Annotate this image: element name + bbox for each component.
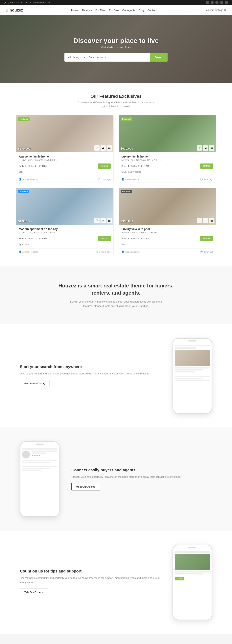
agent-name: 👤 Arshes Realtors xyxy=(121,250,141,253)
photos-button[interactable]: 📷 xyxy=(107,218,112,223)
nav-agents[interactable]: Our Agents xyxy=(122,9,135,12)
phone-notch xyxy=(188,340,196,342)
experts-button[interactable]: Talk Our Experts xyxy=(20,588,48,596)
clock-icon: 🕐 xyxy=(95,250,98,253)
featured-title: Our Featured Exclusives xyxy=(16,94,216,99)
detail-button[interactable]: Details xyxy=(200,236,213,241)
nav-for-sale[interactable]: For Sale xyxy=(109,9,119,12)
photos-button[interactable]: 📷 xyxy=(209,218,214,223)
search-button[interactable]: Search xyxy=(150,53,168,62)
facebook-icon[interactable] xyxy=(206,1,209,4)
google-plus-icon[interactable] xyxy=(215,1,219,4)
youtube-icon[interactable] xyxy=(225,1,228,4)
listing-meta: Beds: 4 Baths: 2 ft²: 1200 Details xyxy=(121,236,213,241)
phone-text xyxy=(175,371,194,372)
favorite-button[interactable]: ♡ xyxy=(197,218,202,223)
listing-name: Modern apartment on the bay xyxy=(19,228,111,230)
listing-specs: Beds: 4 Baths: 2 ft²: 1200 xyxy=(19,238,48,240)
get-started-button[interactable]: Get Started Today xyxy=(20,380,50,387)
clock-icon: 🕐 xyxy=(200,178,203,180)
listing-price: $570,000 xyxy=(18,147,30,150)
logo-text: houzez xyxy=(9,8,23,12)
listing-address: 5 Priva Lane, Sarasota, CA 34230, ... xyxy=(19,159,111,162)
clock-icon: 🕐 xyxy=(200,250,203,253)
favorite-button[interactable]: ♡ xyxy=(94,146,100,150)
phone-text xyxy=(22,468,50,469)
compare-button[interactable]: ⇄ xyxy=(203,146,208,150)
search-input[interactable] xyxy=(86,53,150,62)
top-bar-social xyxy=(206,1,228,4)
phone-screen: ★★★★★ xyxy=(20,442,59,516)
hero-section: Discover your place to live Get started … xyxy=(0,15,232,83)
listing-time: 🕐 3 hours ago xyxy=(95,250,111,253)
agent-icon: 👤 xyxy=(121,178,124,180)
listing-card: For Rent $1,900 /mo ♡ ⇄ 📷 Modern apartme… xyxy=(16,188,114,255)
listing-badge: Featured xyxy=(121,118,132,121)
compare-button[interactable]: ⇄ xyxy=(101,218,106,223)
twitter-icon[interactable] xyxy=(211,1,214,4)
listing-card: For Sale $990,000 ♡ ⇄ 📷 Luxury villa wit… xyxy=(118,188,216,255)
agent-icon: 👤 xyxy=(19,178,22,180)
nav-blog[interactable]: Blog xyxy=(139,9,144,12)
listing-card: Featured $570,000 ♡ ⇄ 📷 Awesome family h… xyxy=(16,115,114,183)
feature-desc: Present your sales perfectly let alone o… xyxy=(71,475,212,479)
listing-price-overlay: $990,000 xyxy=(121,219,133,223)
search-type-select[interactable]: All Listing For Rent For Sale xyxy=(64,53,86,62)
listing-specs: Beds: 4 Baths: 2 ft²: 1200 xyxy=(121,165,151,167)
listing-card: Featured $670,000 ♡ ⇄ 📷 Luxury family ho… xyxy=(118,115,216,183)
nav-about[interactable]: About us xyxy=(82,9,92,12)
listing-meta: Beds: 4 Baths: 2 ft²: 1200 Details xyxy=(121,164,213,169)
meet-agents-button[interactable]: Meet Our Agents xyxy=(71,483,100,490)
phone-screen xyxy=(173,339,212,413)
feature-desc: Houzez has a community and certainly you… xyxy=(20,576,161,584)
close-icon[interactable]: ✕ xyxy=(224,9,226,12)
featured-section: Our Featured Exclusives Choose from diff… xyxy=(0,83,232,266)
compare-button[interactable]: ⇄ xyxy=(203,218,208,223)
agent-avatar xyxy=(22,450,30,458)
favorite-button[interactable]: ♡ xyxy=(197,146,202,150)
nav-home[interactable]: Home xyxy=(71,9,78,12)
sqft-spec: ft²: 1200 xyxy=(141,238,149,240)
hero-subtitle: Get started in few clicks xyxy=(101,46,131,49)
favorite-button[interactable]: ♡ xyxy=(94,218,100,223)
phone-mockup-3: Details xyxy=(173,545,212,620)
listing-actions: ♡ ⇄ 📷 xyxy=(197,218,214,223)
neighborhood-section: Explore the neighborhood There are diffe… xyxy=(0,634,232,644)
phone-text xyxy=(175,378,203,379)
about-title: Houzez is a smart real estate theme for … xyxy=(20,282,212,296)
baths-spec: Baths: 2 xyxy=(131,165,139,167)
nav-contact[interactable]: Contact xyxy=(147,9,156,12)
listing-footer: 👤 Arshes Realtors 🕐 3 min ago xyxy=(16,176,114,182)
baths-spec: Baths: 2 xyxy=(131,238,139,240)
listing-body: Luxury villa with pool 5 Priva Lane, Sar… xyxy=(119,225,216,248)
listing-price: $990,000 xyxy=(121,219,133,223)
compare-listings[interactable]: Compare Listings ✕ xyxy=(205,9,226,12)
linkedin-icon[interactable] xyxy=(220,1,223,4)
detail-button[interactable]: Details xyxy=(200,164,213,169)
logo[interactable]: ⌂ houzez xyxy=(6,8,23,13)
listing-name: Awesome family home xyxy=(19,155,111,158)
phone-bar xyxy=(175,345,210,346)
compare-button[interactable]: ⇄ xyxy=(101,146,106,150)
feature-content: Start your search from anywhere Give to … xyxy=(20,364,161,387)
agent-icon: 👤 xyxy=(19,250,22,253)
agent-name: 👤 Arshes Realtors xyxy=(121,178,141,180)
feature-title: Start your search from anywhere xyxy=(20,364,161,369)
phone-text xyxy=(175,369,203,370)
phone-listing-image xyxy=(175,554,210,570)
hero-search-bar: All Listing For Rent For Sale Search xyxy=(64,53,168,62)
photos-button[interactable]: 📷 xyxy=(107,146,112,150)
detail-button[interactable]: Details xyxy=(98,164,111,169)
featured-subtitle: Choose from different listing templates … xyxy=(16,100,216,108)
listing-footer: 👤 Arshes Realtors 🕐 3 min ago xyxy=(119,176,216,182)
nav-for-rent[interactable]: For Rent xyxy=(95,9,106,12)
hero-title: Discover your place to live xyxy=(73,37,159,44)
photos-button[interactable]: 📷 xyxy=(209,146,214,150)
feature-search-block: Start your search from anywhere Give to … xyxy=(0,324,232,428)
phone-text xyxy=(175,367,210,368)
listing-time: 🕐 3 min ago xyxy=(97,178,111,180)
detail-button[interactable]: Details xyxy=(98,236,111,241)
listing-meta: Beds: 4 Baths: 2 ft²: 1200 Details xyxy=(19,236,111,241)
phone-number: (302) 345-4257479 xyxy=(4,2,23,4)
phone-text xyxy=(31,450,57,452)
